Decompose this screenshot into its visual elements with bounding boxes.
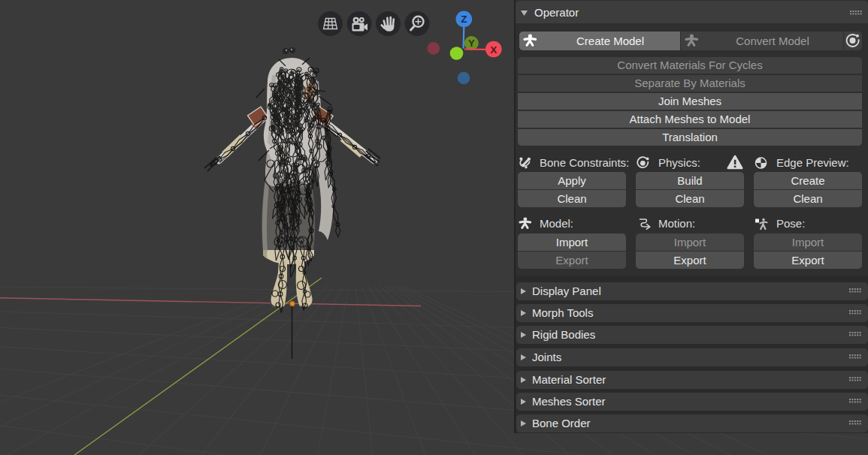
svg-text:Y: Y [468,38,475,49]
svg-text:X: X [490,44,497,56]
svg-text:Z: Z [461,14,467,25]
